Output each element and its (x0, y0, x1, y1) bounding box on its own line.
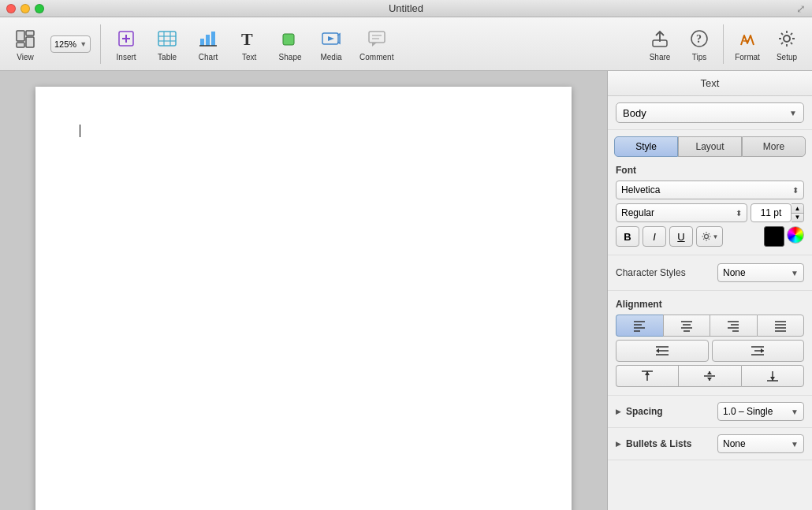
media-label: Media (320, 53, 341, 61)
bold-button[interactable]: B (616, 226, 639, 247)
toolbar-view[interactable]: View (6, 21, 44, 67)
font-size-stepper: ▲ ▼ (792, 203, 804, 222)
toolbar-table[interactable]: Table (148, 21, 186, 67)
toolbar-share[interactable]: Share (641, 21, 679, 67)
toolbar-comment[interactable]: Comment (353, 21, 400, 67)
format-icon (735, 26, 760, 51)
maximize-button[interactable] (35, 4, 44, 13)
toolbar-media[interactable]: Media (312, 21, 350, 67)
align-left-icon (632, 319, 646, 332)
char-style-value: None (723, 267, 746, 278)
spacing-value: 1.0 – Single (723, 406, 773, 417)
toolbar-tips[interactable]: ? Tips (680, 21, 718, 67)
spacing-left: ▶ Spacing (616, 406, 663, 417)
svg-rect-1 (17, 43, 24, 47)
toolbar-text[interactable]: T Text (230, 21, 268, 67)
svg-marker-53 (761, 348, 764, 353)
text-cursor (80, 125, 80, 137)
valign-middle-button[interactable] (678, 365, 740, 387)
svg-rect-2 (26, 31, 34, 35)
insert-icon (114, 26, 139, 51)
bullets-section: ▶ Bullets & Lists None ▼ (608, 428, 812, 460)
document-page[interactable] (35, 87, 572, 510)
valign-top-button[interactable] (616, 365, 678, 387)
gear-icon (701, 231, 712, 242)
align-left-button[interactable] (616, 315, 663, 337)
para-style-row: Body ▼ (608, 96, 812, 130)
para-style-value: Body (623, 107, 646, 119)
zoom-selector[interactable]: 125% ▼ (50, 35, 91, 53)
svg-point-29 (704, 235, 708, 239)
toolbar-chart[interactable]: Chart (189, 21, 227, 67)
text-options-button[interactable]: ▼ (696, 226, 723, 247)
indent-increase-icon (749, 344, 766, 357)
text-icon: T (237, 26, 262, 51)
font-size-decrement[interactable]: ▼ (792, 214, 803, 222)
indent-decrease-icon (654, 344, 671, 357)
para-style-selector[interactable]: Body ▼ (616, 102, 804, 123)
svg-marker-60 (707, 371, 712, 374)
font-style-selector[interactable]: Regular ⬍ (616, 203, 747, 222)
character-styles-section: Character Styles None ▼ (608, 255, 812, 291)
bullets-value-selector[interactable]: None ▼ (717, 434, 804, 453)
setup-icon (774, 26, 799, 51)
tab-style[interactable]: Style (614, 136, 678, 157)
char-style-selector[interactable]: None ▼ (717, 263, 804, 282)
font-size-input[interactable]: 11 pt (751, 203, 792, 222)
font-size-increment[interactable]: ▲ (792, 204, 803, 214)
shape-icon (277, 26, 303, 51)
font-style-size-row: Regular ⬍ 11 pt ▲ ▼ (616, 203, 804, 222)
main-content: Text Body ▼ Style Layout More Font (0, 71, 812, 510)
spacing-label: Spacing (626, 406, 663, 417)
table-icon (155, 26, 180, 51)
tab-more[interactable]: More (742, 136, 806, 157)
tips-label: Tips (692, 53, 707, 61)
tab-layout-label: Layout (695, 141, 724, 152)
align-justify-button[interactable] (757, 315, 805, 337)
svg-rect-13 (206, 35, 210, 46)
setup-label: Setup (777, 53, 797, 61)
document-area[interactable] (0, 71, 607, 510)
spacing-value-selector[interactable]: 1.0 – Single ▼ (717, 402, 804, 421)
color-controls (764, 226, 804, 247)
spacing-header[interactable]: ▶ Spacing 1.0 – Single ▼ (616, 402, 804, 421)
toolbar-shape[interactable]: Shape (271, 21, 309, 67)
toolbar-insert[interactable]: Insert (107, 21, 145, 67)
para-style-arrow: ▼ (789, 109, 797, 117)
italic-button[interactable]: I (643, 226, 666, 247)
alignment-grid (616, 315, 804, 387)
gear-dropdown-arrow: ▼ (713, 233, 719, 240)
toolbar-divider-2 (723, 24, 724, 64)
svg-rect-14 (211, 32, 215, 46)
underline-button[interactable]: U (669, 226, 693, 247)
svg-rect-7 (158, 32, 176, 46)
indent-increase-button[interactable] (712, 340, 805, 362)
font-family-selector[interactable]: Helvetica ⬍ (616, 181, 804, 199)
valign-bottom-button[interactable] (741, 365, 804, 387)
indent-row (616, 340, 804, 362)
text-color-button[interactable] (764, 226, 784, 247)
valign-top-icon (640, 370, 654, 382)
indent-decrease-button[interactable] (616, 340, 709, 362)
minimize-button[interactable] (20, 4, 30, 13)
toolbar-format[interactable]: Format (728, 21, 766, 67)
char-style-arrow: ▼ (791, 269, 799, 277)
right-panel: Text Body ▼ Style Layout More Font (607, 71, 812, 510)
close-button[interactable] (6, 4, 16, 13)
tab-layout[interactable]: Layout (678, 136, 742, 157)
view-icon (13, 26, 38, 51)
zoom-group[interactable]: 125% ▼ (47, 32, 94, 56)
color-wheel-button[interactable] (787, 226, 804, 244)
align-right-button[interactable] (710, 315, 757, 337)
bullets-header[interactable]: ▶ Bullets & Lists None ▼ (616, 434, 804, 453)
resize-icon[interactable]: ⤢ (796, 2, 806, 15)
align-row-1 (616, 315, 804, 337)
share-label: Share (650, 53, 671, 61)
align-center-button[interactable] (663, 315, 710, 337)
insert-label: Insert (117, 53, 136, 61)
align-justify-icon (773, 319, 788, 332)
svg-rect-17 (283, 34, 294, 45)
font-section-label: Font (616, 165, 804, 176)
spacing-section: ▶ Spacing 1.0 – Single ▼ (608, 396, 812, 428)
toolbar-setup[interactable]: Setup (768, 21, 806, 67)
